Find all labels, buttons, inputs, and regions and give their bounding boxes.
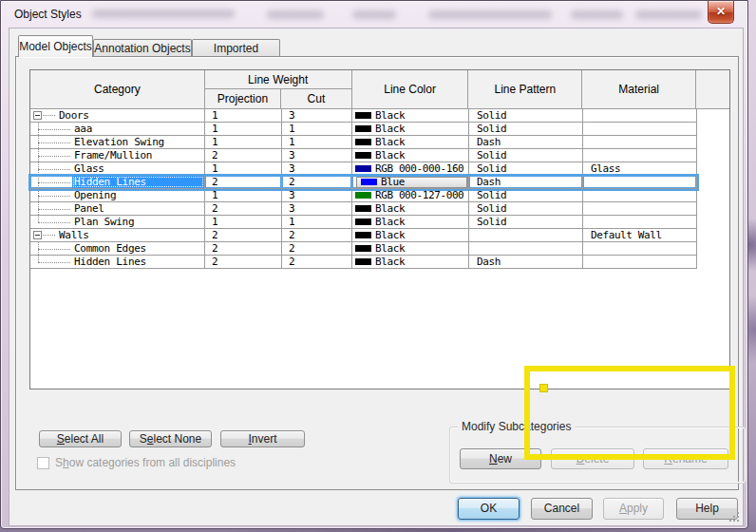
- category-cell[interactable]: Plan Swing: [30, 216, 205, 228]
- line-color-cell[interactable]: Black: [352, 123, 469, 135]
- line-color-cell[interactable]: Black: [352, 242, 469, 255]
- line-color-cell[interactable]: Black: [352, 109, 469, 122]
- cut-cell[interactable]: 3: [282, 109, 352, 122]
- color-picker-button[interactable]: Blue: [356, 177, 467, 188]
- material-cell[interactable]: [583, 242, 697, 255]
- tree-expander-icon[interactable]: [33, 111, 42, 120]
- category-cell[interactable]: aaa: [30, 123, 205, 135]
- cancel-button[interactable]: Cancel: [531, 498, 593, 520]
- line-color-cell[interactable]: Black: [352, 216, 469, 228]
- delete-button[interactable]: Delete: [551, 448, 634, 469]
- line-pattern-cell[interactable]: Solid: [469, 216, 583, 228]
- projection-cell[interactable]: 1: [205, 109, 282, 122]
- line-color-cell[interactable]: Blue: [352, 176, 469, 188]
- grid-row[interactable]: Frame/Mullion23BlackSolid: [30, 149, 697, 162]
- line-pattern-cell[interactable]: Dash: [469, 176, 583, 188]
- new-button[interactable]: New: [460, 448, 541, 469]
- cut-cell[interactable]: 3: [282, 162, 352, 175]
- grid-row[interactable]: aaa11BlackSolid: [30, 123, 697, 136]
- cut-cell[interactable]: 3: [282, 149, 352, 162]
- resize-grip[interactable]: [728, 511, 740, 522]
- category-cell[interactable]: Doors: [30, 109, 205, 122]
- material-cell[interactable]: Glass: [583, 162, 697, 175]
- line-pattern-cell[interactable]: Solid: [469, 123, 583, 135]
- category-cell[interactable]: Frame/Mullion: [30, 149, 205, 162]
- ok-button[interactable]: OK: [458, 498, 520, 520]
- line-pattern-cell[interactable]: [469, 242, 583, 255]
- header-cut[interactable]: Cut: [281, 89, 351, 108]
- category-cell[interactable]: Hidden Lines: [30, 176, 205, 188]
- show-categories-checkbox[interactable]: [37, 457, 49, 469]
- material-cell[interactable]: [583, 149, 697, 162]
- cut-cell[interactable]: 1: [282, 123, 352, 135]
- material-cell[interactable]: [583, 136, 697, 148]
- category-cell[interactable]: Common Edges: [30, 242, 205, 255]
- projection-cell[interactable]: 2: [205, 242, 282, 255]
- header-material[interactable]: Material: [582, 70, 696, 108]
- material-cell[interactable]: [583, 123, 697, 135]
- cut-cell[interactable]: 3: [282, 202, 352, 215]
- title-bar[interactable]: Object Styles: [1, 1, 747, 28]
- line-color-cell[interactable]: Black: [352, 229, 469, 241]
- select-all-button[interactable]: Select All: [39, 430, 122, 447]
- cut-cell[interactable]: 2: [282, 229, 352, 241]
- projection-cell[interactable]: 2: [205, 202, 282, 215]
- header-line-pattern[interactable]: Line Pattern: [468, 70, 582, 108]
- line-color-cell[interactable]: RGB 000-127-000: [352, 189, 469, 201]
- rename-button[interactable]: Rename: [643, 448, 728, 469]
- line-pattern-cell[interactable]: Solid: [469, 189, 583, 201]
- tab-imported-objects[interactable]: Imported Objects: [192, 39, 280, 57]
- line-pattern-cell[interactable]: Solid: [469, 202, 583, 215]
- projection-cell[interactable]: 2: [205, 176, 282, 188]
- apply-button[interactable]: Apply: [603, 498, 664, 520]
- tree-expander-icon[interactable]: [33, 231, 42, 239]
- tab-model-objects[interactable]: Model Objects: [18, 35, 93, 57]
- grid-row[interactable]: Hidden Lines22BlueDash: [30, 176, 697, 189]
- line-color-cell[interactable]: Black: [352, 136, 469, 148]
- grid-row[interactable]: Hidden Lines22BlackDash: [30, 256, 697, 269]
- line-color-cell[interactable]: RGB 000-000-160: [352, 162, 469, 175]
- select-none-button[interactable]: Select None: [129, 430, 212, 447]
- grid-row[interactable]: Common Edges22Black: [30, 242, 697, 256]
- grid-row[interactable]: Elevation Swing11BlackDash: [30, 136, 697, 149]
- grid-row[interactable]: Walls22BlackDefault Wall: [30, 229, 697, 242]
- material-cell[interactable]: Default Wall: [583, 229, 697, 241]
- line-pattern-cell[interactable]: Solid: [469, 162, 583, 175]
- cut-cell[interactable]: 1: [282, 136, 352, 148]
- material-cell[interactable]: [583, 202, 697, 215]
- grid-row[interactable]: Opening13RGB 000-127-000Solid: [30, 189, 697, 202]
- category-cell[interactable]: Elevation Swing: [30, 136, 205, 148]
- grid-row[interactable]: Plan Swing11BlackSolid: [30, 216, 697, 229]
- material-cell[interactable]: [583, 109, 697, 122]
- header-category[interactable]: Category: [30, 70, 205, 108]
- projection-cell[interactable]: 2: [205, 256, 282, 268]
- projection-cell[interactable]: 2: [205, 229, 282, 241]
- grid-row[interactable]: Glass13RGB 000-000-160SolidGlass: [30, 162, 697, 176]
- category-cell[interactable]: Glass: [30, 162, 205, 175]
- line-pattern-cell[interactable]: Solid: [469, 149, 583, 162]
- line-pattern-cell[interactable]: Solid: [469, 109, 583, 122]
- cut-cell[interactable]: 2: [282, 256, 352, 268]
- cut-cell[interactable]: 2: [282, 242, 352, 255]
- line-color-cell[interactable]: Black: [352, 149, 469, 162]
- category-cell[interactable]: Opening: [30, 189, 205, 201]
- category-cell[interactable]: Panel: [30, 202, 205, 215]
- header-line-color[interactable]: Line Color: [352, 70, 469, 108]
- category-cell[interactable]: Walls: [30, 229, 205, 241]
- line-color-cell[interactable]: Black: [352, 202, 469, 215]
- material-cell[interactable]: [583, 189, 697, 201]
- material-cell[interactable]: [583, 216, 697, 228]
- grid-row[interactable]: Panel23BlackSolid: [30, 202, 697, 216]
- cut-cell[interactable]: 3: [282, 189, 352, 201]
- close-icon[interactable]: ✕: [708, 1, 734, 24]
- material-cell[interactable]: [583, 176, 697, 188]
- cut-cell[interactable]: 2: [282, 176, 352, 188]
- header-projection[interactable]: Projection: [205, 89, 281, 108]
- line-pattern-cell[interactable]: Dash: [469, 256, 583, 268]
- projection-cell[interactable]: 1: [205, 216, 282, 228]
- projection-cell[interactable]: 2: [205, 149, 282, 162]
- category-cell[interactable]: Hidden Lines: [30, 256, 205, 268]
- grid-row[interactable]: Doors13BlackSolid: [30, 109, 697, 123]
- cut-cell[interactable]: 1: [282, 216, 352, 228]
- tab-annotation-objects[interactable]: Annotation Objects: [93, 39, 192, 57]
